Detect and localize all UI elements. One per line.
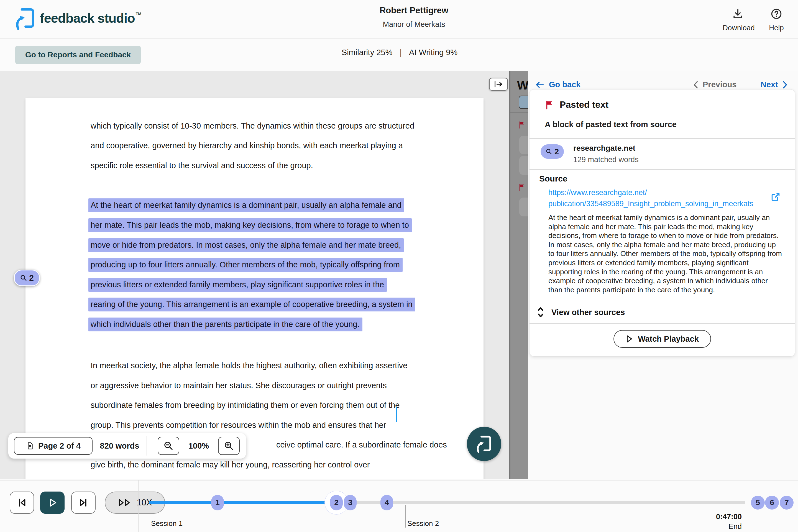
- match-number: 2: [29, 273, 34, 283]
- zoom-level: 100%: [179, 441, 218, 451]
- hidden-panel-title-fragment: W: [517, 78, 529, 92]
- source-quote-text: At the heart of meerkat family dynamics …: [548, 213, 783, 294]
- session-2-divider: [405, 505, 406, 528]
- feedback-studio-logo: feedback studio TM: [14, 7, 141, 31]
- doc-text-line: producing up to four litters annually. O…: [89, 258, 403, 269]
- highlighted-match-text[interactable]: previous litters or extended family memb…: [89, 278, 387, 292]
- flag-icon: [545, 100, 555, 110]
- source-url-line2: publication/335489589_Insight_problem_so…: [548, 198, 742, 209]
- timeline-progress: [149, 501, 336, 504]
- feedback-studio-logo-icon: [14, 7, 36, 31]
- strip-divider: [510, 112, 529, 113]
- sub-header: Go to Reports and Feedback Similarity 25…: [0, 39, 798, 71]
- watch-playback-label: Watch Playback: [638, 335, 699, 344]
- timeline-marker-2[interactable]: 2: [330, 495, 343, 510]
- hidden-card-edge: [519, 156, 529, 175]
- watch-playback-button[interactable]: Watch Playback: [613, 330, 711, 348]
- doc-text-line: move or hide from predators. In most cas…: [89, 238, 404, 250]
- match-number: 2: [554, 147, 559, 156]
- flag-category-title: Pasted text: [560, 99, 608, 110]
- card-divider: [530, 169, 795, 170]
- similarity-metrics: Similarity 25% | AI Writing 9%: [342, 48, 457, 57]
- source-domain: researchgate.net: [573, 144, 635, 153]
- doc-text-line: specific role essential to the survival …: [91, 161, 313, 170]
- timeline-marker-5[interactable]: 5: [751, 496, 765, 510]
- doc-text-line: which typically consist of 10-30 members…: [91, 121, 414, 131]
- highlighted-match-text[interactable]: At the heart of meerkat family dynamics …: [89, 198, 404, 212]
- next-label: Next: [761, 80, 778, 89]
- feedback-studio-fab[interactable]: [467, 427, 501, 461]
- zoom-in-button[interactable]: [218, 437, 240, 455]
- match-source-pill[interactable]: 2: [540, 144, 564, 159]
- help-button[interactable]: Help: [765, 8, 787, 32]
- view-other-sources[interactable]: View other sources: [536, 306, 625, 318]
- student-name: Robert Pettigrew: [380, 5, 448, 16]
- matched-words-count: 129 matched words: [573, 155, 639, 164]
- doc-text-line: group. This prevents competition for res…: [91, 421, 386, 430]
- magnifier-icon: [546, 148, 552, 155]
- next-match-button[interactable]: Next: [761, 80, 788, 89]
- flag-category-description: A block of pasted text from source: [545, 120, 677, 129]
- match-2-badge[interactable]: 2: [14, 270, 40, 286]
- sort-chevrons-icon: [536, 306, 545, 318]
- play-outline-icon: [626, 335, 633, 343]
- card-divider: [530, 138, 795, 139]
- doc-text-line: At the heart of meerkat family dynamics …: [89, 198, 404, 210]
- text-cursor: [396, 407, 397, 422]
- highlighted-match-text[interactable]: rearing of the young. This arrangement i…: [89, 298, 415, 311]
- timeline-marker-3[interactable]: 3: [344, 495, 357, 510]
- session-1-divider: [149, 505, 149, 528]
- app-root: feedback studio TM Robert Pettigrew Mano…: [0, 0, 798, 532]
- doc-text-line: which individuals other than the parents…: [89, 318, 362, 329]
- go-back-label: Go back: [549, 80, 581, 89]
- timeline-marker-4[interactable]: 4: [380, 495, 393, 510]
- highlighted-match-text[interactable]: her mate. This pair leads the mob, makin…: [89, 218, 412, 232]
- external-link-icon[interactable]: [770, 191, 781, 203]
- document-page: which typically consist of 10-30 members…: [25, 98, 483, 479]
- go-to-reports-button[interactable]: Go to Reports and Feedback: [15, 46, 141, 64]
- expand-panel-button[interactable]: [489, 78, 508, 91]
- similarity-score: Similarity 25%: [342, 48, 393, 57]
- doc-text-line: subordinate females from breeding by int…: [91, 401, 400, 410]
- back-arrow-icon: [535, 81, 545, 89]
- magnifier-icon: [20, 274, 27, 282]
- logo-trademark: TM: [136, 12, 141, 16]
- end-time: 0:47:00: [685, 513, 742, 521]
- help-label: Help: [765, 23, 787, 32]
- skip-to-start-button[interactable]: [10, 492, 34, 514]
- logo-wordmark: feedback studio: [40, 7, 135, 30]
- ai-writing-score: AI Writing 9%: [409, 48, 457, 57]
- previous-match-button[interactable]: Previous: [693, 80, 737, 89]
- source-url-line1: https://www.researchgate.net/: [548, 187, 742, 198]
- pasted-text-card: Pasted text A block of pasted text from …: [529, 89, 795, 357]
- timeline-marker-7[interactable]: 7: [780, 496, 794, 510]
- card-title-row: Pasted text: [545, 99, 608, 110]
- doc-text-line: her mate. This pair leads the mob, makin…: [89, 218, 412, 230]
- document-header: Robert Pettigrew Manor of Meerkats: [380, 5, 448, 29]
- metrics-separator: |: [400, 48, 402, 57]
- go-back-link[interactable]: Go back: [535, 80, 581, 89]
- page-icon: [26, 441, 35, 450]
- zoom-out-button[interactable]: [158, 437, 179, 455]
- playback-timeline[interactable]: [149, 501, 745, 504]
- doc-text-line: rearing of the young. This arrangement i…: [89, 298, 415, 309]
- timeline-marker-6[interactable]: 6: [765, 496, 779, 510]
- source-url-link[interactable]: https://www.researchgate.net/ publicatio…: [548, 187, 742, 209]
- skip-to-end-button[interactable]: [71, 492, 96, 514]
- collapsed-panel-strip: W: [509, 71, 529, 479]
- doc-text-line: ceive optimal care. If a subordinate fem…: [276, 440, 447, 450]
- word-count: 820 words: [93, 441, 147, 451]
- highlighted-match-text[interactable]: move or hide from predators. In most cas…: [89, 238, 404, 252]
- highlighted-match-text[interactable]: producing up to four litters annually. O…: [89, 258, 403, 272]
- timeline-marker-1[interactable]: 1: [211, 495, 224, 510]
- doc-text-line: In meerkat society, the alpha female hol…: [91, 361, 407, 370]
- hidden-panel-chip: [519, 96, 529, 109]
- end-label: End: [685, 522, 742, 531]
- page-indicator: Page 2 of 4: [38, 441, 81, 451]
- page-selector-button[interactable]: Page 2 of 4: [14, 437, 93, 455]
- play-button[interactable]: [40, 492, 64, 514]
- highlighted-match-text[interactable]: which individuals other than the parents…: [89, 318, 362, 331]
- page-toolbar: Page 2 of 4 820 words 100%: [8, 433, 246, 459]
- expand-right-icon: [493, 81, 504, 88]
- download-button[interactable]: Download: [723, 8, 753, 32]
